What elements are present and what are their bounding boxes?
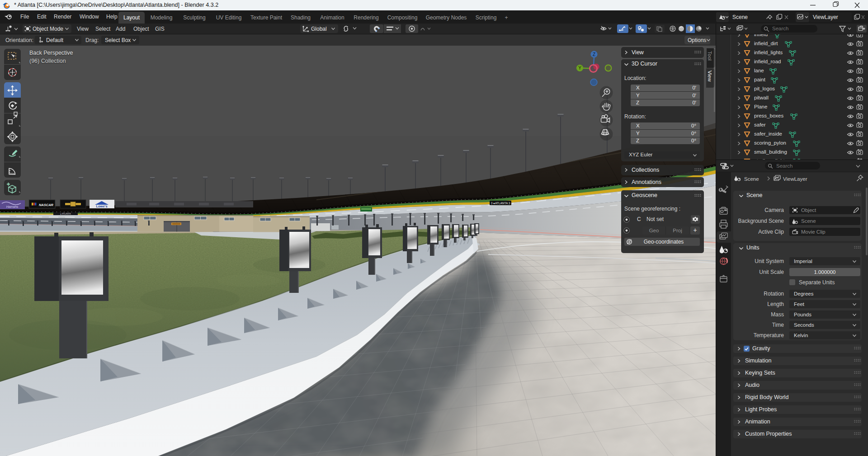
svg-text:ViewLayer: ViewLayer (813, 14, 838, 20)
svg-text:Lowe's: Lowe's (96, 204, 107, 208)
svg-text:Z: Z (593, 52, 595, 57)
svg-text:Harrahs: Harrahs (6, 205, 19, 209)
svg-text:Scene: Scene (744, 176, 759, 182)
svg-text:ViewLayer: ViewLayer (783, 176, 807, 182)
svg-text:3 ●ATLANTA 3: 3 ●ATLANTA 3 (491, 202, 510, 205)
svg-text:Search: Search (772, 26, 788, 31)
svg-text:Scene: Scene (732, 14, 748, 20)
svg-text:Y: Y (578, 66, 581, 71)
svg-text:● ATLANTA: ● ATLANTA (60, 213, 71, 215)
svg-text:NASCAR: NASCAR (39, 203, 54, 207)
